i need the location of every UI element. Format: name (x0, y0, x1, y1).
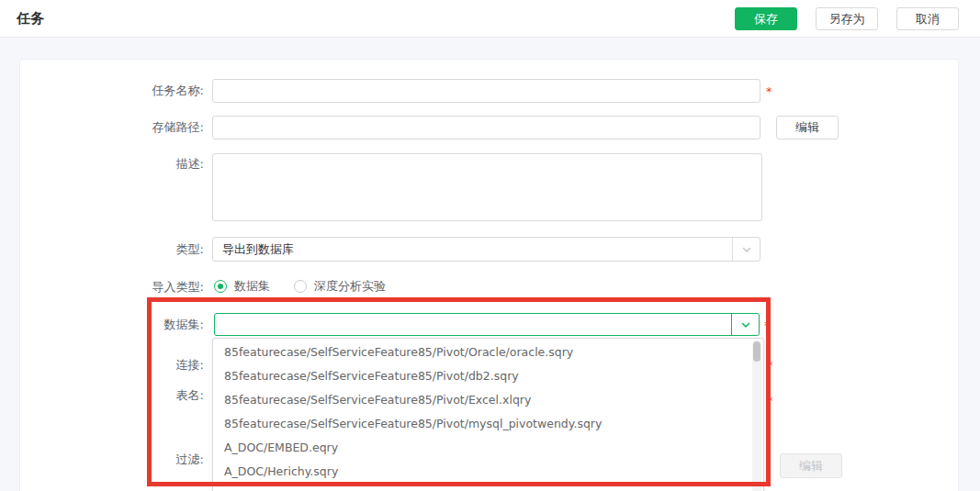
storage-path-input[interactable] (212, 116, 760, 139)
chevron-down-icon (732, 238, 760, 261)
dropdown-item[interactable]: A_DOC/EMBED.eqry (213, 436, 763, 460)
radio-selected-icon (214, 280, 227, 293)
radio-dataset-label: 数据集 (234, 278, 270, 295)
toolbar: 保存 另存为 取消 (735, 7, 959, 30)
dropdown-item[interactable]: 85featurecase/SelfServiceFeature85/Pivot… (213, 364, 763, 388)
dropdown-item[interactable]: 85featurecase/SelfServiceFeature85/Pivot… (213, 412, 763, 436)
dataset-dropdown-list: 85featurecase/SelfServiceFeature85/Pivot… (213, 339, 763, 484)
description-label: 描述: (55, 156, 204, 173)
dropdown-scrollbar[interactable] (752, 340, 761, 491)
radio-deep-analysis[interactable]: 深度分析实验 (294, 278, 386, 295)
radio-unselected-icon (294, 280, 307, 293)
table-name-label: 表名: (55, 384, 204, 407)
dataset-dropdown-panel: 85featurecase/SelfServiceFeature85/Pivot… (212, 338, 764, 491)
dataset-label: 数据集: (55, 313, 204, 336)
type-select[interactable]: 导出到数据库 (212, 237, 760, 262)
cancel-button[interactable]: 取消 (896, 7, 959, 30)
page-header: 任务 保存 另存为 取消 (0, 0, 980, 38)
dropdown-item[interactable]: 85featurecase/SelfServiceFeature85/Pivot… (213, 340, 763, 364)
type-label: 类型: (55, 237, 204, 262)
storage-path-edit-button[interactable]: 编辑 (776, 116, 839, 139)
storage-path-label: 存储路径: (55, 116, 204, 139)
chevron-down-icon (731, 314, 759, 335)
import-type-radio-group: 数据集 深度分析实验 (214, 278, 386, 295)
filter-edit-button[interactable]: 编辑 (780, 453, 842, 478)
radio-dataset[interactable]: 数据集 (214, 278, 270, 295)
task-name-required-marker: * (766, 84, 775, 98)
dataset-required-marker: * (764, 318, 773, 332)
connection-label: 连接: (55, 353, 204, 377)
description-textarea[interactable] (212, 153, 762, 221)
dropdown-scrollbar-thumb[interactable] (753, 341, 760, 362)
page-title: 任务 (17, 0, 44, 38)
save-as-button[interactable]: 另存为 (816, 7, 878, 30)
dropdown-item[interactable]: A_DOC/Herichy.sqry (213, 460, 763, 484)
filter-label: 过滤: (55, 448, 204, 472)
task-name-label: 任务名称: (55, 79, 204, 103)
dataset-select[interactable] (214, 313, 760, 336)
dropdown-item[interactable]: 85featurecase/SelfServiceFeature85/Pivot… (213, 388, 763, 412)
task-name-input[interactable] (212, 79, 760, 103)
type-select-value: 导出到数据库 (222, 238, 730, 262)
import-type-label: 导入类型: (55, 279, 204, 296)
save-button[interactable]: 保存 (735, 7, 797, 30)
table-name-required-marker: * (767, 394, 776, 407)
connection-required-marker: * (767, 358, 776, 372)
radio-deep-analysis-label: 深度分析实验 (314, 278, 386, 295)
